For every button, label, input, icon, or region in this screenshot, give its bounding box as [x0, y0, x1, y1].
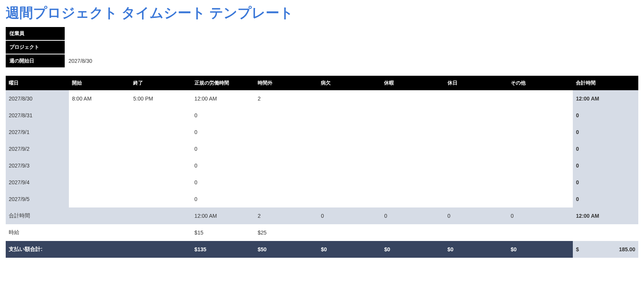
cell-regular[interactable]: 12:00 AM — [191, 90, 255, 107]
cell-start[interactable] — [69, 191, 130, 207]
cell-start[interactable] — [69, 157, 130, 174]
cell-vacation[interactable] — [381, 191, 444, 207]
employee-value[interactable] — [65, 27, 96, 40]
totals-overtime: 2 — [255, 207, 318, 224]
cell-overtime[interactable] — [255, 124, 318, 140]
pay-holiday: $0 — [445, 241, 508, 258]
pay-regular: $135 — [191, 241, 255, 258]
cell-sick[interactable] — [318, 90, 381, 107]
cell-overtime[interactable] — [255, 174, 318, 191]
cell-end[interactable] — [130, 107, 191, 124]
header-day: 曜日 — [6, 76, 69, 90]
cell-regular[interactable]: 0 — [191, 107, 255, 124]
cell-end[interactable] — [130, 174, 191, 191]
cell-overtime[interactable] — [255, 157, 318, 174]
cell-end[interactable]: 5:00 PM — [130, 90, 191, 107]
cell-regular[interactable]: 0 — [191, 140, 255, 157]
cell-vacation[interactable] — [381, 174, 444, 191]
cell-total: 0 — [573, 124, 638, 140]
cell-day: 2027/8/30 — [6, 90, 69, 107]
table-row: 2027/8/308:00 AM5:00 PM12:00 AM212:00 AM — [6, 90, 638, 107]
cell-other[interactable] — [508, 124, 573, 140]
page-title: 週間プロジェクト タイムシート テンプレート — [6, 4, 638, 22]
cell-vacation[interactable] — [381, 107, 444, 124]
cell-day: 2027/9/1 — [6, 124, 69, 140]
totals-sick: 0 — [318, 207, 381, 224]
rate-holiday[interactable] — [445, 224, 508, 241]
cell-end[interactable] — [130, 191, 191, 207]
header-vacation: 休暇 — [381, 76, 444, 90]
cell-other[interactable] — [508, 174, 573, 191]
table-row: 2027/9/500 — [6, 191, 638, 207]
cell-sick[interactable] — [318, 191, 381, 207]
cell-other[interactable] — [508, 107, 573, 124]
header-holiday: 休日 — [445, 76, 508, 90]
table-row: 2027/8/3100 — [6, 107, 638, 124]
cell-overtime[interactable] — [255, 191, 318, 207]
cell-regular[interactable]: 0 — [191, 157, 255, 174]
cell-start[interactable] — [69, 124, 130, 140]
rate-vacation[interactable] — [381, 224, 444, 241]
table-row: 2027/9/200 — [6, 140, 638, 157]
table-row: 2027/9/300 — [6, 157, 638, 174]
cell-holiday[interactable] — [445, 191, 508, 207]
cell-overtime[interactable]: 2 — [255, 90, 318, 107]
cell-start[interactable] — [69, 174, 130, 191]
cell-overtime[interactable] — [255, 140, 318, 157]
week-start-value[interactable]: 2027/8/30 — [65, 54, 96, 67]
pay-grand-cell: $ 185.00 — [573, 241, 638, 258]
cell-vacation[interactable] — [381, 140, 444, 157]
cell-holiday[interactable] — [445, 90, 508, 107]
cell-holiday[interactable] — [445, 174, 508, 191]
cell-end[interactable] — [130, 157, 191, 174]
week-start-label: 週の開始日 — [6, 54, 65, 67]
meta-table: 従業員 プロジェクト 週の開始日 2027/8/30 — [6, 26, 96, 68]
cell-end[interactable] — [130, 140, 191, 157]
totals-holiday: 0 — [445, 207, 508, 224]
cell-start[interactable] — [69, 140, 130, 157]
cell-vacation[interactable] — [381, 124, 444, 140]
cell-sick[interactable] — [318, 157, 381, 174]
cell-vacation[interactable] — [381, 90, 444, 107]
cell-other[interactable] — [508, 157, 573, 174]
cell-total: 0 — [573, 174, 638, 191]
cell-end[interactable] — [130, 124, 191, 140]
rate-sick[interactable] — [318, 224, 381, 241]
totals-vacation: 0 — [381, 207, 444, 224]
totals-total: 12:00 AM — [573, 207, 638, 224]
cell-regular[interactable]: 0 — [191, 174, 255, 191]
pay-vacation: $0 — [381, 241, 444, 258]
cell-vacation[interactable] — [381, 157, 444, 174]
cell-sick[interactable] — [318, 140, 381, 157]
rate-label: 時給 — [6, 224, 191, 241]
cell-other[interactable] — [508, 90, 573, 107]
cell-sick[interactable] — [318, 107, 381, 124]
cell-sick[interactable] — [318, 174, 381, 191]
pay-overtime: $50 — [255, 241, 318, 258]
rate-regular[interactable]: $15 — [191, 224, 255, 241]
header-regular: 正規の労働時間 — [191, 76, 255, 90]
header-sick: 病欠 — [318, 76, 381, 90]
cell-regular[interactable]: 0 — [191, 191, 255, 207]
cell-regular[interactable]: 0 — [191, 124, 255, 140]
cell-holiday[interactable] — [445, 107, 508, 124]
cell-holiday[interactable] — [445, 140, 508, 157]
totals-label: 合計時間 — [6, 207, 191, 224]
totals-other: 0 — [508, 207, 573, 224]
project-value[interactable] — [65, 41, 96, 54]
cell-other[interactable] — [508, 140, 573, 157]
header-row: 曜日 開始 終了 正規の労働時間 時間外 病欠 休暇 休日 その他 合計時間 — [6, 76, 638, 90]
cell-total: 0 — [573, 140, 638, 157]
rate-overtime[interactable]: $25 — [255, 224, 318, 241]
totals-row: 合計時間 12:00 AM 2 0 0 0 0 12:00 AM — [6, 207, 638, 224]
cell-start[interactable]: 8:00 AM — [69, 90, 130, 107]
cell-holiday[interactable] — [445, 124, 508, 140]
cell-other[interactable] — [508, 191, 573, 207]
cell-overtime[interactable] — [255, 107, 318, 124]
rate-other[interactable] — [508, 224, 573, 241]
cell-sick[interactable] — [318, 124, 381, 140]
cell-start[interactable] — [69, 107, 130, 124]
pay-sick: $0 — [318, 241, 381, 258]
cell-holiday[interactable] — [445, 157, 508, 174]
cell-total: 12:00 AM — [573, 90, 638, 107]
